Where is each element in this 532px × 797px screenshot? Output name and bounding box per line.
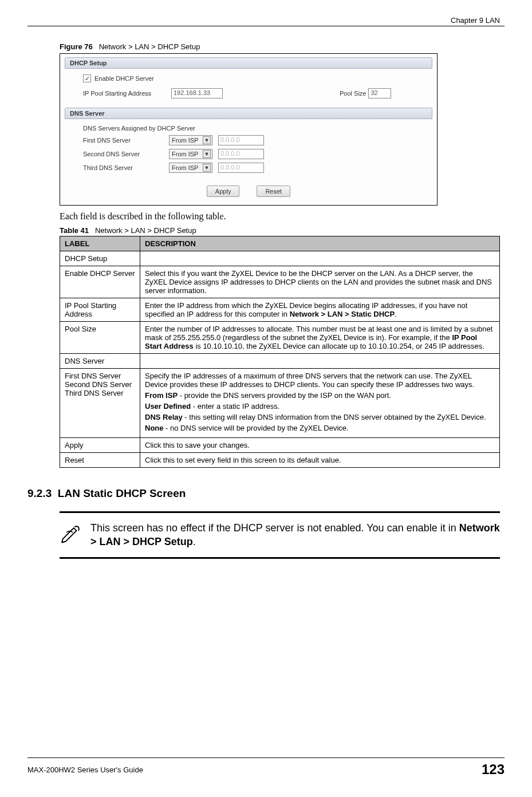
dns-server-panel-header: DNS Server [65,108,432,119]
chevron-down-icon: ▼ [203,150,211,158]
dns-label-1: First DNS Server [65,372,135,380]
footer-rule [27,757,505,758]
opt-text: - provide the DNS servers provided by th… [178,391,391,400]
cell-desc: Click this to set every field in this sc… [140,453,500,468]
cell-label: IP Pool Starting Address [60,298,140,322]
chevron-down-icon: ▼ [203,136,211,144]
pool-size-label: Pool Size [340,90,366,97]
body-text: Each field is described in the following… [60,211,500,222]
cell-label: Enable DHCP Server [60,266,140,298]
desc-para: Specify the IP addresses of a maximum of… [145,372,495,389]
note-icon [60,521,82,544]
note-pre: This screen has no effect if the DHCP se… [90,522,459,534]
desc-text: . [395,310,397,318]
table-row: Pool Size Enter the number of IP address… [60,322,500,354]
note-text: This screen has no effect if the DHCP se… [90,521,500,549]
ip-pool-label: IP Pool Starting Address [83,90,169,97]
table-caption: Table 41 Network > LAN > DHCP Setup [60,226,500,235]
description-table: LABEL DESCRIPTION DHCP Setup Enable DHCP… [60,236,500,468]
dns2-label: Second DNS Server [83,151,163,157]
figure-number: Figure 76 [60,42,93,51]
section-number: 9.2.3 [27,487,52,499]
cell-desc: Specify the IP addresses of a maximum of… [140,369,500,438]
desc-para: From ISP - provide the DNS servers provi… [145,391,495,400]
note-rule-bottom [60,557,500,559]
desc-bold: Network > LAN > Static DHCP [290,310,395,318]
table-row: Apply Click this to save your changes. [60,438,500,453]
reset-button[interactable]: Reset [257,186,290,197]
desc-para: None - no DNS service will be provided b… [145,424,495,432]
dns-label-3: Third DNS Server [65,389,135,397]
dns2-select[interactable]: From ISP ▼ [169,149,212,159]
dns1-select-value: From ISP [172,137,198,144]
opt-text: - no DNS service will be provided by the… [164,424,349,432]
table-title: Network > LAN > DHCP Setup [95,226,196,235]
header-rule [27,26,505,26]
dns1-select[interactable]: From ISP ▼ [169,135,212,145]
cell-label: DHCP Setup [60,251,140,266]
section-heading: 9.2.3 LAN Static DHCP Screen [27,487,500,500]
th-label: LABEL [60,236,140,251]
enable-dhcp-label: Enable DHCP Server [94,75,154,82]
table-row: DNS Server [60,354,500,369]
dns-label-2: Second DNS Server [65,380,135,389]
cell-desc: Enter the IP address from which the ZyXE… [140,298,500,322]
table-row: DHCP Setup [60,251,500,266]
dhcp-setup-panel-header: DHCP Setup [65,57,432,69]
footer-guide-name: MAX-200HW2 Series User's Guide [27,766,143,774]
ip-pool-input[interactable]: 192.168.1.33 [171,88,223,98]
running-header: Chapter 9 LAN [27,16,505,25]
page-number: 123 [482,762,505,778]
dns3-select[interactable]: From ISP ▼ [169,163,212,173]
cell-desc: Enter the number of IP addresses to allo… [140,322,500,354]
cell-desc [140,251,500,266]
dns-row-2: Second DNS Server From ISP ▼ 0.0.0.0 [83,149,425,159]
enable-dhcp-checkbox[interactable]: ✓ [83,74,91,82]
table-row: Enable DHCP Server Select this if you wa… [60,266,500,298]
cell-label: First DNS Server Second DNS Server Third… [60,369,140,438]
note-rule-top [60,511,500,513]
desc-para: DNS Relay - this setting will relay DNS … [145,413,495,421]
desc-text: is 10.10.10.10, the ZyXEL Device can all… [194,342,484,350]
opt-bold: User Defined [145,402,191,411]
note-post: . [193,536,196,547]
cell-label: Apply [60,438,140,453]
desc-text: Enter the number of IP addresses to allo… [145,325,492,342]
cell-desc [140,354,500,369]
screenshot-figure: DHCP Setup ✓ Enable DHCP Server IP Pool … [60,53,438,206]
table-row: First DNS Server Second DNS Server Third… [60,369,500,438]
table-row: Reset Click this to set every field in t… [60,453,500,468]
desc-para: User Defined - enter a static IP address… [145,402,495,411]
opt-text: - enter a static IP address. [191,402,279,411]
dns3-select-value: From ISP [172,164,198,171]
th-desc: DESCRIPTION [140,236,500,251]
apply-button[interactable]: Apply [207,186,240,197]
opt-bold: None [145,424,164,432]
opt-bold: DNS Relay [145,413,183,421]
figure-caption: Figure 76 Network > LAN > DHCP Setup [60,42,500,51]
cell-desc: Select this if you want the ZyXEL Device… [140,266,500,298]
dns-subhead: DNS Servers Assigned by DHCP Server [83,125,425,132]
cell-desc: Click this to save your changes. [140,438,500,453]
opt-bold: From ISP [145,391,178,400]
dns-row-1: First DNS Server From ISP ▼ 0.0.0.0 [83,135,425,145]
dns2-input[interactable]: 0.0.0.0 [218,149,264,159]
cell-label: DNS Server [60,354,140,369]
table-number: Table 41 [60,226,89,235]
note-block: This screen has no effect if the DHCP se… [60,511,500,559]
dns1-input[interactable]: 0.0.0.0 [218,135,264,145]
cell-label: Pool Size [60,322,140,354]
opt-text: - this setting will relay DNS informatio… [183,413,486,421]
dns3-input[interactable]: 0.0.0.0 [218,163,264,173]
table-row: IP Pool Starting Address Enter the IP ad… [60,298,500,322]
cell-label: Reset [60,453,140,468]
dns-row-3: Third DNS Server From ISP ▼ 0.0.0.0 [83,163,425,173]
dns3-label: Third DNS Server [83,164,163,171]
dns1-label: First DNS Server [83,137,163,144]
page-footer: MAX-200HW2 Series User's Guide 123 [27,757,505,778]
chevron-down-icon: ▼ [203,164,211,172]
pool-size-input[interactable]: 32 [368,88,391,98]
dns2-select-value: From ISP [172,151,198,157]
figure-title: Network > LAN > DHCP Setup [99,42,200,51]
section-title: LAN Static DHCP Screen [58,487,186,499]
